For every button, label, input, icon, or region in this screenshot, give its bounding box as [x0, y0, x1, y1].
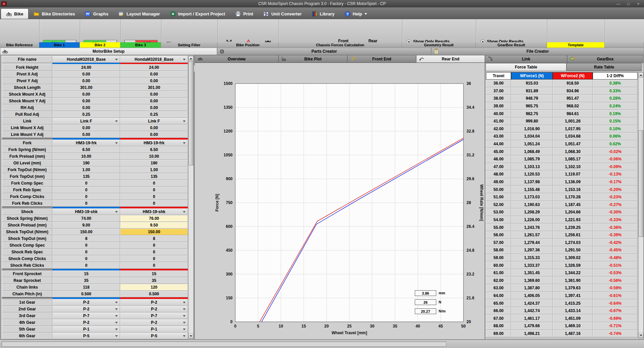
menu-tab-bike[interactable]: Bike [1, 8, 29, 19]
value-dropdown-bike1[interactable]: HM3-19-shk [52, 208, 120, 215]
value-cell-bike1[interactable]: 0 [52, 262, 120, 269]
value-dropdown-bike2[interactable]: P-2 [120, 306, 188, 312]
value-cell-bike1[interactable]: 118 [52, 284, 120, 291]
force-table-scrollbar[interactable] [638, 72, 644, 338]
value-cell-bike2[interactable]: 0 [120, 255, 188, 262]
value-cell-bike2[interactable]: 0 [120, 200, 188, 207]
tab-link[interactable]: Link [485, 55, 567, 63]
value-cell-bike1[interactable]: 0 [52, 187, 120, 193]
menu-tab-layout-manager[interactable]: Layout Manager [113, 9, 165, 19]
value-dropdown-bike1[interactable]: P-2 [52, 319, 120, 326]
column-header-wforce1-n[interactable]: WForce1 (N) [511, 72, 553, 80]
tab-rate-table[interactable]: Rate Table [566, 63, 642, 71]
value-cell-bike2[interactable]: 15 [120, 270, 188, 277]
value-cell-bike2[interactable]: 150.00 [120, 229, 188, 235]
menu-tab-graphs[interactable]: Graphs [80, 9, 113, 19]
value-cell-bike2[interactable]: 0 [120, 249, 188, 255]
value-cell-bike2[interactable]: 0.00 [120, 98, 188, 104]
scrollbar-thumb[interactable] [639, 130, 643, 237]
value-cell-bike2[interactable]: 190 [120, 160, 188, 166]
value-cell-bike1[interactable]: 135 [52, 173, 120, 180]
file-selector-bike2[interactable]: HondaM32018_Base [120, 56, 188, 63]
value-cell-bike2[interactable]: 0.00 [120, 71, 188, 78]
value-cell-bike1[interactable]: 0 [52, 200, 120, 207]
tab-bike-plot[interactable]: Bike Plot [279, 55, 347, 63]
value-cell-bike2[interactable]: 135 [120, 173, 188, 180]
value-cell-bike2[interactable]: 0.500 [120, 291, 188, 297]
menu-tab-print[interactable]: Print [230, 9, 258, 19]
value-cell-bike1[interactable]: 150.00 [52, 229, 120, 235]
value-cell-bike2[interactable]: 0.00 [120, 131, 188, 138]
value-cell-bike1[interactable]: 9.00 [52, 222, 120, 229]
value-cell-bike1[interactable]: 74.00 [52, 215, 120, 222]
value-dropdown-bike2[interactable]: P-5 [120, 333, 188, 339]
value-cell-bike2[interactable]: 1.00 [120, 166, 188, 173]
menu-tab-import-export-project[interactable]: Import / Export Project [165, 9, 230, 19]
value-cell-bike2[interactable]: 24.00 [120, 64, 188, 71]
value-dropdown-bike2[interactable]: HM3-19-shk [120, 208, 188, 215]
value-cell-bike1[interactable]: 190 [52, 160, 120, 166]
tab-force-table[interactable]: Force Table [486, 63, 566, 71]
value-dropdown-bike1[interactable]: P-2 [52, 299, 120, 306]
value-dropdown-bike2[interactable]: P-1 [120, 326, 188, 333]
value-cell-bike1[interactable]: 0.00 [52, 78, 120, 84]
value-cell-bike2[interactable]: 8 [120, 235, 188, 242]
tab-overview[interactable]: Overview [195, 55, 279, 63]
tab-gearbox[interactable]: GearBox [567, 55, 643, 63]
value-dropdown-bike2[interactable]: P-2 [120, 319, 188, 326]
value-cell-bike1[interactable]: 35 [52, 277, 120, 284]
value-cell-bike1[interactable]: 0 [52, 255, 120, 262]
value-cell-bike1[interactable]: 301.00 [52, 84, 120, 91]
value-cell-bike1[interactable]: 6.50 [52, 146, 120, 153]
value-cell-bike1[interactable]: 0.00 [52, 125, 120, 131]
column-header-wforce2-n[interactable]: WForce2 (N) [553, 72, 593, 80]
value-dropdown-bike2[interactable]: P-7 [120, 312, 188, 319]
value-cell-bike1[interactable]: 0.00 [52, 131, 120, 138]
readout-value-mm[interactable]: 3.86 [415, 290, 436, 296]
value-cell-bike2[interactable]: 0 [120, 262, 188, 269]
value-cell-bike1[interactable]: 0 [52, 193, 120, 200]
value-dropdown-bike1[interactable]: HM3-19-frk [52, 140, 120, 146]
file-selector-bike1[interactable]: HondaM32018_Base [52, 56, 120, 63]
value-cell-bike2[interactable]: 301.00 [120, 84, 188, 91]
value-cell-bike2[interactable]: 0.00 [120, 78, 188, 84]
value-cell-bike2[interactable]: 9.50 [120, 222, 188, 229]
minimize-button[interactable]: — [613, 0, 623, 7]
menu-tab-bike-directories[interactable]: Bike Directories [29, 9, 80, 19]
tab-rear-end[interactable]: Rear End [416, 55, 485, 63]
menu-tab-library[interactable]: Library [307, 9, 340, 19]
column-header-1-2-diff[interactable]: 1-2 Diff% [593, 72, 638, 80]
value-cell-bike2[interactable]: 10.00 [120, 153, 188, 160]
value-dropdown-bike2[interactable]: P-2 [120, 299, 188, 306]
value-cell-bike2[interactable]: 0 [120, 242, 188, 249]
menu-tab-unit-converter[interactable]: Unit Converter [258, 9, 306, 19]
value-cell-bike2[interactable]: 0.00 [120, 125, 188, 131]
value-cell-bike1[interactable]: 15 [52, 270, 120, 277]
value-cell-bike1[interactable]: 10.00 [52, 153, 120, 160]
value-cell-bike2[interactable]: 120 [120, 284, 188, 291]
value-cell-bike1[interactable]: 0.00 [52, 98, 120, 104]
value-cell-bike1[interactable]: 8 [52, 235, 120, 242]
menu-tab-help[interactable]: ?Help [340, 9, 372, 19]
value-cell-bike2[interactable]: 0.00 [120, 91, 188, 98]
readout-value-n-m[interactable]: 20.27 [415, 308, 436, 314]
tab-front-end[interactable]: Front End [347, 55, 416, 63]
setup-table-scrollbar[interactable] [188, 56, 194, 339]
value-dropdown-bike2[interactable]: Link F [120, 118, 188, 125]
value-cell-bike2[interactable]: 35 [120, 277, 188, 284]
value-cell-bike1[interactable]: 0 [52, 180, 120, 187]
readout-value-n[interactable]: 26 [415, 299, 436, 305]
value-dropdown-bike1[interactable]: P-1 [52, 326, 120, 333]
value-dropdown-bike1[interactable]: Link F [52, 118, 120, 125]
value-cell-bike2[interactable]: 76.00 [120, 215, 188, 222]
value-cell-bike1[interactable]: 0.00 [52, 104, 120, 111]
value-cell-bike1[interactable]: 0 [52, 249, 120, 255]
value-cell-bike2[interactable]: 0.25 [120, 111, 188, 118]
value-dropdown-bike1[interactable]: P-5 [52, 333, 120, 339]
value-cell-bike1[interactable]: 0.00 [52, 91, 120, 98]
value-cell-bike1[interactable]: 0.00 [52, 71, 120, 78]
value-cell-bike1[interactable]: 0.500 [52, 291, 120, 297]
value-dropdown-bike1[interactable]: P-7 [52, 312, 120, 319]
value-cell-bike1[interactable]: 1.00 [52, 166, 120, 173]
value-cell-bike2[interactable]: 6.50 [120, 146, 188, 153]
